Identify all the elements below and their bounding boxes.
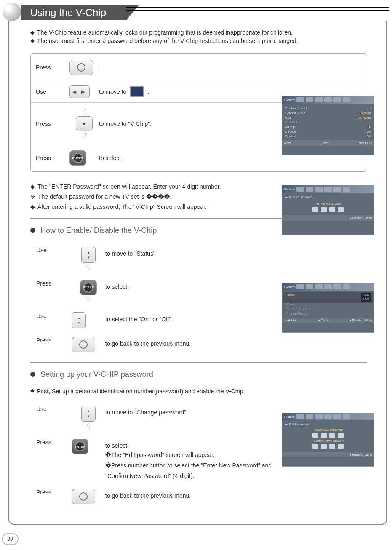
step-verb: Press — [36, 64, 69, 71]
menu-button-icon — [72, 337, 95, 352]
title-bar: Using the V-Chip — [0, 0, 392, 21]
osd-preview-edit-password: Picture ••• Edit Password ◦ Enter New Pa… — [282, 413, 374, 467]
button-stack: ENTER ☟ — [72, 280, 105, 304]
sub2-intro: ◆First, Set up a personal identification… — [30, 387, 379, 397]
osd-key: PC/HDTV — [285, 120, 300, 124]
hand-icon: ☟ — [82, 132, 86, 140]
password-boxes — [285, 207, 371, 212]
step-verb: Use — [36, 312, 72, 319]
tv-icon — [130, 86, 144, 97]
hand-icon: ☟ — [86, 264, 91, 272]
osd-preview-enter-password: Picture ••• V-CHIP Password ◦ Enter Pass… — [282, 185, 374, 235]
enter-button-icon: ENTER — [69, 150, 86, 166]
dot-icon — [30, 372, 35, 377]
bullet-icon: ◆ — [30, 37, 35, 45]
hand-icon: ☟ — [86, 422, 91, 430]
osd-header: Picture — [284, 415, 295, 419]
subsection-title: Setting up your V-CHIP password — [40, 370, 153, 379]
osd-key: MPAA — [285, 302, 294, 306]
osd-foot: Previous Menu — [352, 453, 372, 456]
password-notes: ◆The "ENTER Password" screen will appear… — [30, 182, 266, 212]
osd-label: Enter New Password — [315, 428, 343, 431]
enter-button-icon: ENTER — [72, 439, 88, 454]
osd-val: Custom — [359, 111, 371, 115]
osd-foot: Adjust — [288, 319, 296, 322]
osd-foot: Menu Exit — [359, 142, 372, 144]
step-text-pre: to move to — [99, 88, 126, 95]
osd-key: V-Chip — [285, 125, 295, 129]
osd-preview-picture-menu: Picture Custom Adjust> Screen ModeCustom… — [282, 96, 374, 155]
step-text: to select. — [99, 155, 362, 161]
intro-text: The user must first enter a password bef… — [37, 37, 298, 45]
bullet-icon: ◆ — [30, 29, 35, 37]
step-text-post: . — [147, 88, 149, 95]
osd-header: Picture — [284, 285, 295, 289]
osd-header: Picture — [284, 98, 295, 102]
step-verb: Press — [36, 439, 72, 446]
step-verb: Press — [36, 155, 69, 161]
left-right-button-icon: ◀ ▶ — [69, 85, 90, 98]
osd-val: Off — [366, 130, 371, 133]
step-row: Press . — [31, 54, 367, 81]
note-text: The default password for a new TV set is… — [38, 192, 171, 202]
note-text: The "ENTER Password" screen will appear.… — [37, 182, 221, 192]
note-mark: ◆ — [30, 182, 35, 192]
down-button-icon: ▾ — [76, 116, 93, 131]
updown-button-icon: ▴▾ — [72, 312, 86, 328]
step-text: to move to "Status" — [105, 247, 365, 257]
note-mark: ※ — [30, 192, 35, 202]
osd-val: > — [369, 312, 371, 315]
intro-text: First, Set up a personal identification … — [37, 387, 245, 397]
osd-foot: Move — [284, 142, 291, 144]
osd-val: > — [369, 107, 371, 110]
enter-button-icon: ENTER — [80, 280, 97, 295]
step-verb: Use — [36, 406, 72, 412]
title-ornament — [3, 3, 21, 21]
menu-button-icon — [72, 489, 95, 504]
step-verb: Press — [36, 120, 69, 127]
osd-header: Picture — [284, 187, 295, 191]
page-title: Using the V-Chip — [21, 5, 126, 20]
osd-val: > — [369, 120, 371, 124]
osd-key: Orbiter — [285, 134, 295, 138]
osd-crumb: V-CHIP Password — [289, 195, 312, 198]
osd-label: Enter Password — [317, 202, 341, 206]
hand-icon: ☟ — [82, 107, 86, 115]
separator — [30, 362, 367, 363]
password-boxes — [285, 433, 371, 438]
osd-crumb: Edit Password — [289, 423, 308, 426]
step-verb: Press — [36, 280, 72, 287]
step-text: to go back to the previous menu. — [105, 337, 365, 347]
step-text: . — [99, 64, 362, 71]
step-verb: Use — [36, 88, 69, 95]
menu-button-icon — [69, 60, 93, 75]
subsection-title: How to Enable/ Disable the V-Chip — [40, 226, 157, 235]
note-mark: ◆ — [30, 202, 35, 212]
osd-key: Caption — [285, 130, 297, 133]
note-text: After entering a valid password, The "V-… — [37, 202, 207, 212]
step-row: Press to go back to the previous menu. — [36, 485, 365, 508]
button-stack: ▴▾ ☟ — [72, 247, 105, 272]
osd-foot: Enter — [321, 319, 328, 322]
dot-icon — [30, 228, 35, 233]
osd-label: Confirm New Password — [314, 439, 344, 442]
password-boxes — [285, 444, 371, 449]
intro-text: The V-Chip feature automatically locks o… — [37, 29, 293, 37]
hand-icon: ☟ — [86, 296, 91, 304]
osd-val: Auto Wide — [355, 116, 371, 120]
osd-key: Change Password — [285, 312, 312, 315]
content-frame: ◆The V-Chip feature automatically locks … — [8, 21, 387, 525]
step-verb: Press — [36, 489, 72, 496]
osd-key: Custom Adjust — [285, 107, 307, 110]
osd-foot: Previous Menu — [352, 319, 372, 322]
osd-preview-vchip-status: Picture Status ○ Off○ On MPAA TV Parent … — [282, 283, 374, 333]
step-row: Use ▴▾ ☟ to move to "Status" — [36, 243, 365, 276]
bullet-icon: ◆ — [30, 387, 35, 397]
osd-key: Size — [285, 116, 292, 120]
osd-val: Off — [366, 134, 371, 138]
osd-foot: Previous Menu — [352, 216, 372, 219]
osd-options: ○ Off○ On — [361, 293, 371, 302]
osd-key: TV Parent Guide — [285, 307, 310, 311]
title-rule — [126, 7, 389, 11]
step-verb: Use — [36, 247, 72, 254]
